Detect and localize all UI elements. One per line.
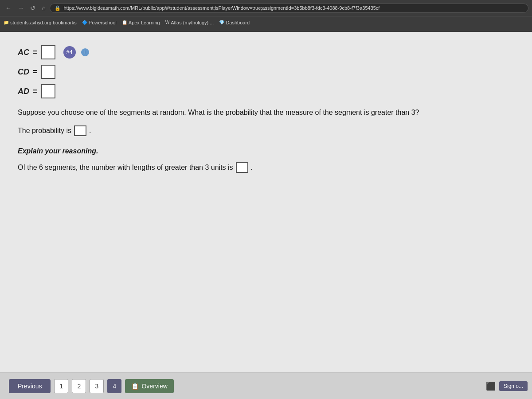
bookmark-label: Dashboard: [226, 20, 250, 25]
page-3-button[interactable]: 3: [90, 379, 104, 393]
main-question-text: Suppose you choose one of the segments a…: [18, 107, 514, 118]
question-section: AC = #4 i CD = AD = Suppose you choose o…: [18, 45, 514, 173]
browser-chrome: ← → ↺ ⌂ 🔒 https://www.bigideasmath.com/M…: [0, 0, 532, 32]
address-bar[interactable]: 🔒 https://www.bigideasmath.com/MRL/publi…: [50, 4, 528, 13]
page-1-button[interactable]: 1: [54, 379, 68, 393]
bookmark-label: students.avhsd.org bookmarks: [10, 20, 77, 25]
reload-button[interactable]: ↺: [28, 4, 37, 12]
lock-icon: 🔒: [55, 5, 61, 11]
explain-label: Explain your reasoning.: [18, 147, 98, 155]
reasoning-line: Of the 6 segments, the number with lengt…: [18, 162, 514, 173]
segment-cd-label: CD: [18, 66, 29, 78]
bookmark-atlas[interactable]: W Atlas (mythology) ...: [165, 20, 214, 25]
dashboard-icon: 💎: [219, 20, 224, 25]
info-badge[interactable]: i: [81, 48, 89, 56]
ad-answer-box[interactable]: [41, 84, 55, 98]
screen-icon: ⬛: [486, 381, 496, 391]
home-button[interactable]: ⌂: [40, 4, 47, 12]
bookmark-label: Atlas (mythology) ...: [171, 20, 214, 25]
overview-icon: 📋: [131, 383, 139, 390]
explain-section: Explain your reasoning.: [18, 145, 514, 157]
sign-out-area: ⬛ Sign o...: [486, 381, 528, 391]
cd-equals: =: [33, 66, 38, 78]
folder-icon: 📁: [4, 20, 9, 25]
bookmark-apex[interactable]: 📋 Apex Learning: [122, 20, 160, 25]
ac-equals: =: [33, 46, 38, 59]
powerschool-icon: 🔷: [82, 20, 87, 25]
bookmark-label: Powerschool: [89, 20, 117, 25]
probability-period: .: [89, 125, 91, 137]
segment-ac-row: AC = #4 i: [18, 45, 514, 59]
bottom-nav: Previous 1 2 3 4 📋 Overview ⬛ Sign o...: [0, 372, 532, 399]
back-button[interactable]: ←: [4, 4, 13, 12]
url-text: https://www.bigideasmath.com/MRL/public/…: [63, 5, 379, 11]
cd-answer-box[interactable]: [41, 65, 55, 79]
reasoning-text: Of the 6 segments, the number with lengt…: [18, 162, 233, 173]
question-badge: #4: [63, 46, 76, 59]
sign-out-button[interactable]: Sign o...: [499, 381, 528, 391]
segment-ad-label: AD: [18, 85, 29, 98]
overview-label: Overview: [141, 383, 167, 390]
ac-answer-box[interactable]: [41, 45, 55, 59]
segment-cd-row: CD =: [18, 65, 514, 79]
content-area: AC = #4 i CD = AD = Suppose you choose o…: [0, 32, 532, 372]
bookmark-students[interactable]: 📁 students.avhsd.org bookmarks: [4, 20, 77, 25]
probability-answer-box[interactable]: [74, 125, 86, 136]
atlas-icon: W: [165, 20, 169, 25]
bookmark-powerschool[interactable]: 🔷 Powerschool: [82, 20, 117, 25]
browser-toolbar: ← → ↺ ⌂ 🔒 https://www.bigideasmath.com/M…: [0, 0, 532, 16]
bookmark-dashboard[interactable]: 💎 Dashboard: [219, 20, 250, 25]
probability-line: The probability is .: [18, 125, 514, 137]
page-4-button[interactable]: 4: [107, 379, 121, 393]
overview-button[interactable]: 📋 Overview: [125, 379, 173, 393]
apex-icon: 📋: [122, 20, 127, 25]
bookmark-label: Apex Learning: [129, 20, 160, 25]
bookmarks-bar: 📁 students.avhsd.org bookmarks 🔷 Powersc…: [0, 16, 532, 28]
probability-text: The probability is: [18, 125, 71, 137]
previous-button[interactable]: Previous: [9, 379, 51, 393]
segment-ac-label: AC: [18, 46, 29, 59]
page-2-button[interactable]: 2: [72, 379, 86, 393]
ad-equals: =: [33, 85, 38, 98]
forward-button[interactable]: →: [16, 4, 26, 12]
reasoning-period: .: [251, 162, 253, 173]
segment-ad-row: AD =: [18, 84, 514, 98]
reasoning-answer-box[interactable]: [236, 162, 248, 173]
